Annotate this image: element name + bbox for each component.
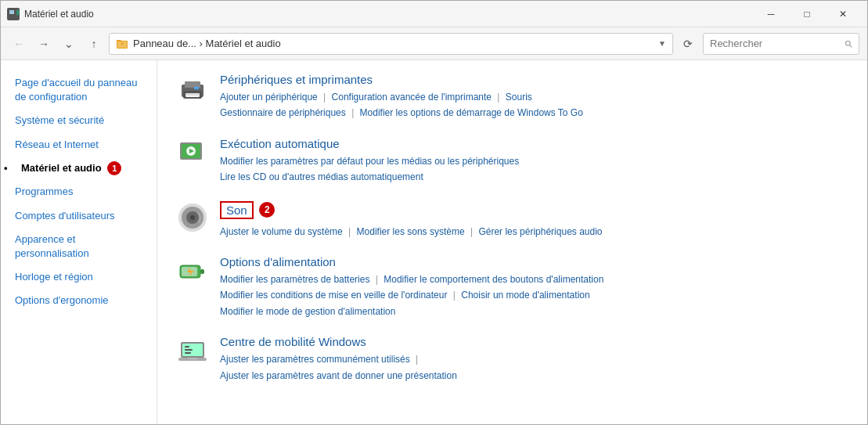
badge-2: 2 (259, 202, 275, 218)
refresh-button[interactable]: ⟳ (678, 34, 698, 54)
section-periph: Périphériques et imprimantes Ajouter un … (176, 73, 848, 121)
link-batteries[interactable]: Modifier les paramètres de batteries (220, 274, 369, 285)
up-button[interactable]: ↑ (84, 34, 104, 54)
sidebar-item-reseau[interactable]: Réseau et Internet (10, 135, 147, 155)
section-exec-links: Modifier les paramètres par défaut pour … (220, 153, 848, 185)
sidebar-item-comptes-label: Comptes d'utilisateurs (15, 210, 114, 222)
window-controls: ─ □ ✕ (753, 1, 861, 27)
svg-rect-11 (185, 81, 200, 88)
svg-point-8 (845, 41, 850, 45)
svg-point-23 (190, 215, 195, 220)
section-alim-title[interactable]: Options d'alimentation (220, 255, 848, 268)
section-exec: Exécution automatique Modifier les param… (176, 137, 848, 185)
link-boutons-alim[interactable]: Modifier le comportement des boutons d'a… (384, 274, 603, 285)
section-periph-body: Périphériques et imprimantes Ajouter un … (220, 73, 848, 121)
section-mobilite-links: Ajuster les paramètres communément utili… (220, 351, 848, 384)
section-alim-body: Options d'alimentation Modifier les para… (220, 255, 848, 319)
link-config-imprimante[interactable]: Configuration avancée de l'imprimante (332, 92, 492, 103)
address-bar: ← → ⌄ ↑ Panneau de... › Matériel et audi… (1, 27, 867, 60)
section-son-title[interactable]: Son (226, 203, 247, 217)
address-chevron-icon: ▼ (658, 39, 666, 48)
svg-rect-15 (186, 95, 199, 97)
breadcrumb-icon (116, 38, 128, 50)
search-icon (845, 38, 852, 49)
link-presentation[interactable]: Ajuster les paramètres avant de donner u… (220, 370, 457, 381)
section-mobilite-body: Centre de mobilité Windows Ajuster les p… (220, 335, 848, 384)
sidebar-item-ergonomie-label: Options d'ergonomie (15, 294, 109, 306)
link-periph-audio[interactable]: Gérer les périphériques audio (478, 226, 602, 237)
section-alim-links: Modifier les paramètres de batteries | M… (220, 272, 848, 319)
content-area: Périphériques et imprimantes Ajouter un … (157, 60, 867, 424)
section-son-icon (176, 201, 209, 234)
sidebar-item-programmes[interactable]: Programmes (10, 182, 147, 202)
breadcrumb-2: Matériel et audio (206, 38, 281, 49)
down-button[interactable]: ⌄ (59, 34, 79, 54)
section-mobilite-title[interactable]: Centre de mobilité Windows (220, 335, 848, 348)
svg-point-7 (121, 42, 124, 45)
section-mobilite-icon (176, 335, 209, 368)
address-box[interactable]: Panneau de... › Matériel et audio ▼ (109, 33, 673, 55)
svg-rect-31 (188, 358, 197, 359)
badge-1: 1 (107, 161, 121, 175)
forward-button[interactable]: → (34, 34, 54, 54)
svg-rect-1 (9, 10, 14, 14)
section-son-title-row: Son 2 (220, 201, 848, 221)
search-box[interactable] (703, 33, 859, 55)
main-area: Page d'accueil du panneau de configurati… (1, 60, 867, 424)
maximize-button[interactable]: □ (789, 1, 825, 27)
section-exec-icon (176, 137, 209, 170)
svg-rect-2 (11, 16, 13, 17)
sidebar-item-accueil[interactable]: Page d'accueil du panneau de configurati… (10, 73, 147, 107)
link-mode-alim[interactable]: Choisir un mode d'alimentation (461, 290, 589, 301)
window-title: Matériel et audio (24, 9, 753, 20)
sidebar-item-apparence[interactable]: Apparence et personnalisation (10, 229, 147, 264)
section-exec-title[interactable]: Exécution automatique (220, 137, 848, 150)
sidebar-item-systeme-label: Système et sécurité (15, 114, 104, 126)
section-periph-links: Ajouter un périphérique | Configuration … (220, 89, 848, 121)
section-exec-body: Exécution automatique Modifier les param… (220, 137, 848, 185)
link-souris[interactable]: Souris (506, 92, 532, 103)
section-alim-icon (176, 255, 209, 288)
section-son-body: Son 2 Ajuster le volume du système | Mod… (220, 201, 848, 240)
minimize-button[interactable]: ─ (753, 1, 789, 27)
sidebar-item-systeme[interactable]: Système et sécurité (10, 110, 147, 131)
section-son-links: Ajuster le volume du système | Modifier … (220, 224, 848, 240)
link-lire-cd[interactable]: Lire les CD ou d'autres médias automatiq… (220, 171, 423, 182)
sidebar-item-programmes-label: Programmes (15, 185, 73, 197)
link-parametres-defaut[interactable]: Modifier les paramètres par défaut pour … (220, 156, 519, 167)
sidebar: Page d'accueil du panneau de configurati… (1, 60, 157, 424)
sidebar-item-reseau-label: Réseau et Internet (15, 139, 99, 150)
breadcrumb-arrow: › (200, 38, 206, 49)
sidebar-item-materiel[interactable]: Matériel et audio 1 (10, 158, 147, 179)
svg-rect-32 (185, 346, 189, 348)
link-gestionnaire[interactable]: Gestionnaire de périphériques (220, 107, 346, 118)
section-alim: Options d'alimentation Modifier les para… (176, 255, 848, 319)
svg-rect-25 (200, 269, 204, 274)
svg-line-9 (849, 45, 852, 47)
link-windows-to-go[interactable]: Modifier les options de démarrage de Win… (360, 107, 583, 118)
back-button[interactable]: ← (9, 34, 29, 54)
link-veille[interactable]: Modifier les conditions de mise en veill… (220, 290, 447, 301)
breadcrumb-1: Panneau de... (133, 38, 196, 49)
close-button[interactable]: ✕ (825, 1, 861, 27)
link-ajouter-periph[interactable]: Ajouter un périphérique (220, 92, 318, 103)
sidebar-item-ergonomie[interactable]: Options d'ergonomie (10, 290, 147, 311)
link-sons-systeme[interactable]: Modifier les sons système (357, 226, 465, 237)
sidebar-item-horloge-label: Horloge et région (15, 271, 93, 283)
sidebar-item-comptes[interactable]: Comptes d'utilisateurs (10, 206, 147, 226)
link-volume[interactable]: Ajuster le volume du système (220, 226, 343, 237)
sidebar-item-materiel-label: Matériel et audio (21, 162, 102, 174)
svg-rect-34 (185, 352, 191, 354)
link-gestion-alim[interactable]: Modifier le mode de gestion d'alimentati… (220, 306, 395, 317)
svg-rect-3 (9, 17, 14, 18)
svg-rect-14 (194, 87, 199, 89)
window: Matériel et audio ─ □ ✕ ← → ⌄ ↑ Panneau … (0, 0, 868, 425)
window-icon (7, 8, 20, 20)
svg-rect-33 (185, 349, 193, 351)
link-params-communs[interactable]: Ajuster les paramètres communément utili… (220, 354, 410, 365)
section-periph-title[interactable]: Périphériques et imprimantes (220, 73, 848, 86)
section-periph-icon (176, 73, 209, 106)
search-input[interactable] (710, 38, 841, 49)
section-mobilite: Centre de mobilité Windows Ajuster les p… (176, 335, 848, 384)
sidebar-item-horloge[interactable]: Horloge et région (10, 267, 147, 287)
